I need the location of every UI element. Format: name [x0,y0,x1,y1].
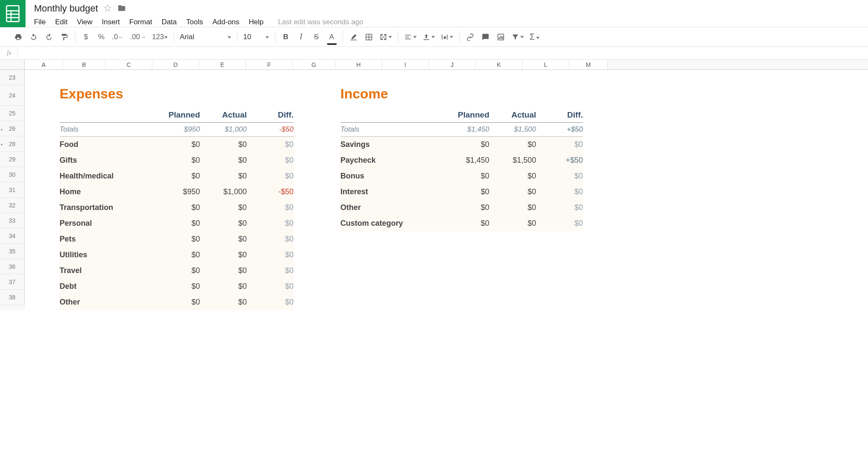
col-header-J[interactable]: J [429,60,476,69]
document-title[interactable]: Monthly budget [34,3,98,14]
italic-button[interactable]: I [297,31,306,43]
text-wrap-button[interactable] [441,31,453,43]
formula-bar[interactable]: fx [0,47,868,60]
expense-row[interactable]: Utilities$0$0$0 [60,247,294,263]
row-header-36[interactable]: 36 [0,259,25,274]
col-header-A[interactable]: A [25,60,63,69]
row-header-32[interactable]: 32 [0,198,25,213]
percent-button[interactable]: % [97,31,106,43]
menu-help[interactable]: Help [249,18,264,26]
row-planned: $0 [153,298,200,307]
menu-data[interactable]: Data [162,18,177,26]
row-planned: $0 [443,187,489,196]
undo-icon[interactable] [29,31,38,43]
expense-row[interactable]: Transportation$0$0$0 [60,200,294,216]
row-actual: $0 [200,282,247,291]
row-header-24[interactable]: 24 [0,85,25,106]
income-row[interactable]: Bonus$0$0$0 [340,168,583,184]
col-header-D[interactable]: D [152,60,199,69]
strikethrough-button[interactable]: S [312,31,321,43]
totals-label: Totals [60,125,153,134]
row-header-31[interactable]: 31 [0,182,25,198]
merge-cells-button[interactable] [380,31,392,43]
horizontal-align-button[interactable] [404,31,417,43]
expense-row[interactable]: Personal$0$0$0 [60,216,294,231]
col-header-K[interactable]: K [476,60,523,69]
expense-row[interactable]: Gifts$0$0$0 [60,152,294,168]
insert-comment-icon[interactable] [481,31,490,43]
font-name-select[interactable]: Arial [180,33,231,41]
income-row[interactable]: Interest$0$0$0 [340,184,583,200]
income-row[interactable]: Paycheck$1,450$1,500+$50 [340,152,583,168]
paint-format-icon[interactable] [60,31,69,43]
row-header-37[interactable]: 37 [0,274,25,290]
income-row[interactable]: Other$0$0$0 [340,200,583,216]
row-name: Custom category [340,219,443,228]
row-header-26[interactable]: 26▴ [0,121,25,136]
row-header-30[interactable]: 30 [0,167,25,182]
increase-decimal-button[interactable]: .00→ [130,31,146,43]
col-header-H[interactable]: H [335,60,382,69]
col-header-G[interactable]: G [293,60,335,69]
row-header-29[interactable]: 29 [0,152,25,167]
star-icon[interactable] [104,4,111,13]
print-icon[interactable] [14,31,23,43]
row-header-28[interactable]: 28▾ [0,136,25,152]
col-header-C[interactable]: C [106,60,152,69]
row-name: Other [340,203,443,212]
row-header-34[interactable]: 34 [0,228,25,244]
row-header-23[interactable]: 23 [0,70,25,85]
currency-button[interactable]: $ [81,31,91,43]
expense-row[interactable]: Other$0$0$0 [60,294,294,310]
expense-row[interactable]: Pets$0$0$0 [60,231,294,247]
col-header-E[interactable]: E [199,60,246,69]
income-row[interactable]: Custom category$0$0$0 [340,216,583,231]
menu-insert[interactable]: Insert [102,18,120,26]
decrease-decimal-button[interactable]: .0← [112,31,124,43]
row-header-25[interactable]: 25 [0,106,25,121]
expense-row[interactable]: Home$950$1,000-$50 [60,184,294,200]
row-header-38[interactable]: 38 [0,290,25,305]
select-all-corner[interactable] [0,60,25,69]
row-actual: $0 [200,250,247,259]
col-header-I[interactable]: I [382,60,429,69]
expense-row[interactable]: Health/medical$0$0$0 [60,168,294,184]
expense-row[interactable]: Food$0$0$0 [60,137,294,152]
functions-icon[interactable]: Σ [530,31,540,43]
col-header-M[interactable]: M [569,60,608,69]
font-size-select[interactable]: 10 [243,33,269,41]
menu-edit[interactable]: Edit [55,18,67,26]
borders-button[interactable] [364,31,374,43]
row-name: Bonus [340,172,443,181]
expense-row[interactable]: Debt$0$0$0 [60,279,294,294]
row-diff: $0 [536,219,583,228]
col-header-F[interactable]: F [246,60,293,69]
row-diff: -$50 [247,187,294,196]
expense-row[interactable]: Travel$0$0$0 [60,263,294,279]
row-header-33[interactable]: 33 [0,213,25,228]
menu-file[interactable]: File [34,18,46,26]
redo-icon[interactable] [44,31,54,43]
sheets-logo[interactable] [0,0,26,27]
text-color-button[interactable]: A [327,31,337,43]
vertical-align-button[interactable] [423,31,435,43]
row-diff: $0 [536,187,583,196]
menu-format[interactable]: Format [129,18,152,26]
insert-chart-icon[interactable] [496,31,505,43]
number-format-button[interactable]: 123 [152,31,167,43]
row-diff: +$50 [536,156,583,165]
menu-view[interactable]: View [77,18,93,26]
menu-add-ons[interactable]: Add-ons [212,18,239,26]
folder-icon[interactable] [117,4,126,14]
col-header-L[interactable]: L [523,60,569,69]
col-header-B[interactable]: B [63,60,106,69]
sheet-content[interactable]: Expenses Planned Actual Diff. Totals $95… [25,70,868,310]
menu-tools[interactable]: Tools [186,18,203,26]
row-actual: $0 [200,266,247,275]
fill-color-button[interactable] [349,31,358,43]
filter-icon[interactable] [511,31,524,43]
insert-link-icon[interactable] [465,31,475,43]
bold-button[interactable]: B [281,31,291,43]
income-row[interactable]: Savings$0$0$0 [340,137,583,152]
row-header-35[interactable]: 35 [0,244,25,259]
